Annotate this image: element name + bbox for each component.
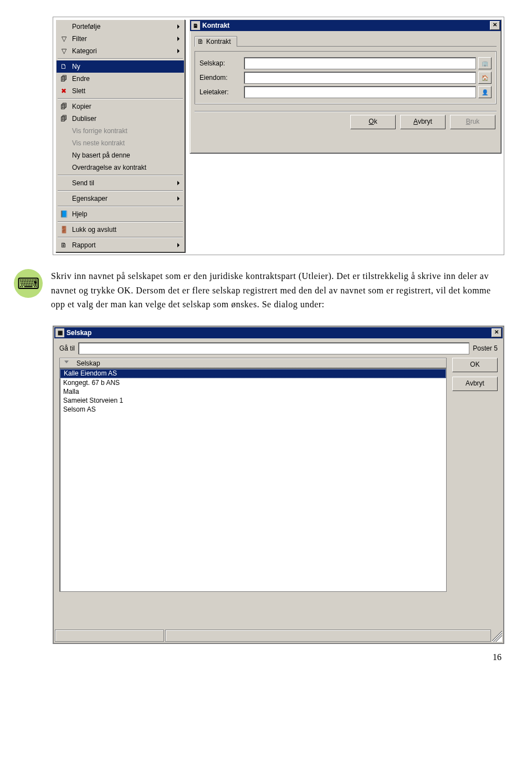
ny-icon: 🗋 — [59, 62, 69, 72]
list-item[interactable]: Malla — [60, 387, 446, 396]
top-figure: Portefølje▽Filter▽Kategori🗋Ny🗐Endre✖Slet… — [53, 17, 504, 255]
avbryt-button[interactable]: Avbryt — [400, 115, 446, 129]
label-eiendom: Eiendom: — [200, 74, 244, 82]
menu-label: Kopier — [72, 103, 182, 110]
menu-separator — [58, 58, 183, 59]
menu-label: Filter — [72, 35, 177, 43]
ok-button[interactable]: OK — [452, 358, 498, 372]
menu-label: Hjelp — [72, 210, 182, 218]
chevron-right-icon — [177, 24, 180, 29]
menu-label: Vis neste kontrakt — [72, 139, 182, 147]
menu-item-filter[interactable]: ▽Filter — [57, 33, 184, 45]
menu-label: Rapport — [72, 241, 177, 249]
kontrakt-titlebar: 🗎 Kontrakt ✕ — [190, 20, 501, 31]
kontrakt-dialog: 🗎 Kontrakt ✕ 🗎 Kontrakt Selskap: 🏢 — [190, 19, 502, 154]
tip-icon: ⌨ — [14, 269, 43, 298]
blank-icon — [59, 138, 69, 148]
list-item[interactable]: Selsom AS — [60, 405, 446, 414]
menu-label: Kategori — [72, 47, 177, 55]
goto-input[interactable] — [78, 342, 469, 354]
menu-label: Send til — [72, 179, 177, 187]
chevron-right-icon — [177, 37, 180, 41]
ok-button[interactable]: Ok — [350, 115, 396, 129]
eiendom-input[interactable] — [244, 72, 476, 84]
blank-icon — [59, 126, 69, 136]
blank-icon — [59, 194, 69, 204]
context-menu: Portefølje▽Filter▽Kategori🗋Ny🗐Endre✖Slet… — [55, 19, 185, 252]
selskap-picker-button[interactable]: 🏢 — [478, 57, 492, 69]
lukk-og-avslutt-icon: 🚪 — [59, 225, 69, 235]
chevron-right-icon — [177, 196, 180, 201]
menu-label: Ny — [72, 63, 182, 70]
eiendom-picker-button[interactable]: 🏠 — [478, 72, 492, 84]
menu-label: Vis forrige kontrakt — [72, 127, 182, 135]
dialog-title: Kontrakt — [202, 22, 229, 29]
menu-item-lukk-og-avslutt[interactable]: 🚪Lukk og avslutt — [57, 224, 184, 236]
slett-icon: ✖ — [59, 86, 69, 96]
menu-item-slett[interactable]: ✖Slett — [57, 85, 184, 97]
menu-item-portefølje[interactable]: Portefølje — [57, 21, 184, 33]
selskap-dialog: ▦ Selskap ✕ Gå til Poster 5 Selskap Kall… — [53, 326, 504, 644]
menu-item-vis-forrige-kontrakt[interactable]: Vis forrige kontrakt — [57, 125, 184, 137]
document-icon: 🗎 — [197, 38, 204, 45]
menu-item-ny-basert-på-denne[interactable]: Ny basert på denne — [57, 149, 184, 161]
menu-label: Slett — [72, 87, 182, 95]
chevron-right-icon — [177, 243, 180, 247]
list-item[interactable]: Sameiet Storveien 1 — [60, 396, 446, 405]
menu-item-rapport[interactable]: 🗎Rapport — [57, 239, 184, 251]
bruk-button[interactable]: Bruk — [450, 115, 495, 129]
close-icon[interactable]: ✕ — [490, 21, 500, 30]
page-number: 16 — [53, 644, 504, 662]
menu-item-overdragelse-av-kontrakt[interactable]: Overdragelse av kontrakt — [57, 161, 184, 174]
dubliser-icon: 🗐 — [59, 114, 69, 124]
menu-label: Portefølje — [72, 23, 177, 31]
document-icon: 🗎 — [191, 21, 200, 30]
menu-item-vis-neste-kontrakt[interactable]: Vis neste kontrakt — [57, 137, 184, 149]
status-bar — [54, 628, 503, 643]
selskap-input[interactable] — [244, 57, 476, 69]
close-icon[interactable]: ✕ — [492, 328, 502, 337]
blank-icon — [59, 22, 69, 32]
menu-separator — [58, 190, 183, 191]
menu-separator — [58, 175, 183, 176]
menu-item-egenskaper[interactable]: Egenskaper — [57, 192, 184, 205]
menu-item-dubliser[interactable]: 🗐Dubliser — [57, 113, 184, 125]
blank-icon — [59, 150, 69, 160]
avbryt-button[interactable]: Avbryt — [452, 377, 498, 391]
blank-icon — [59, 163, 69, 173]
chevron-right-icon — [177, 181, 180, 185]
selskap-list[interactable]: Selskap Kalle Eiendom ASKongegt. 67 b AN… — [59, 358, 447, 592]
filter-icon: ▽ — [59, 34, 69, 44]
menu-label: Dubliser — [72, 115, 182, 123]
menu-separator — [58, 206, 183, 207]
menu-item-ny[interactable]: 🗋Ny — [57, 60, 184, 73]
list-item[interactable]: Kongegt. 67 b ANS — [60, 378, 446, 387]
kopier-icon: 🗐 — [59, 102, 69, 111]
menu-label: Ny basert på denne — [72, 151, 182, 159]
kategori-icon: ▽ — [59, 46, 69, 56]
rapport-icon: 🗎 — [59, 240, 69, 250]
leietaker-picker-button[interactable]: 👤 — [478, 86, 492, 98]
list-item[interactable]: Kalle Eiendom AS — [60, 369, 446, 378]
menu-item-send-til[interactable]: Send til — [57, 177, 184, 189]
menu-item-kopier[interactable]: 🗐Kopier — [57, 100, 184, 113]
leietaker-input[interactable] — [244, 86, 476, 98]
menu-label: Overdragelse av kontrakt — [72, 164, 182, 171]
resize-grip-icon[interactable] — [492, 630, 502, 642]
menu-separator — [58, 237, 183, 238]
menu-item-endre[interactable]: 🗐Endre — [57, 73, 184, 85]
selskap-titlebar: ▦ Selskap ✕ — [54, 327, 503, 338]
blank-icon — [59, 178, 69, 188]
endre-icon: 🗐 — [59, 74, 69, 84]
app-icon: ▦ — [55, 328, 64, 337]
sort-desc-icon — [64, 361, 69, 363]
menu-label: Endre — [72, 75, 182, 83]
menu-item-hjelp[interactable]: 📘Hjelp — [57, 208, 184, 220]
menu-item-kategori[interactable]: ▽Kategori — [57, 45, 184, 57]
list-header[interactable]: Selskap — [60, 358, 446, 369]
menu-separator — [58, 221, 183, 222]
menu-label: Egenskaper — [72, 195, 177, 202]
tab-label: Kontrakt — [206, 38, 231, 45]
tab-kontrakt[interactable]: 🗎 Kontrakt — [195, 36, 237, 47]
goto-label: Gå til — [59, 344, 75, 352]
